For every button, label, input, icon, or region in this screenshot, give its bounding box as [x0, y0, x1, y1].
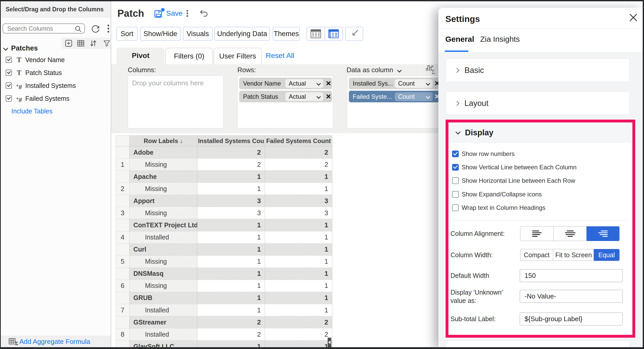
table-row[interactable]: 7 Installed 1 1: [116, 304, 332, 316]
field-chip[interactable]: Installed Sys... Count: [349, 78, 444, 89]
table-row[interactable]: 6 Missing 1 1: [116, 280, 332, 292]
table-row[interactable]: 2 Missing 1 1: [116, 183, 332, 195]
field-checkbox[interactable]: [6, 70, 12, 76]
field-chip[interactable]: Failed Syste... Count: [349, 91, 444, 102]
report-more-icon[interactable]: [185, 8, 190, 19]
row-number-cell: [116, 219, 129, 231]
section-basic[interactable]: Basic: [446, 59, 630, 82]
field-label: Patch Status: [25, 66, 62, 79]
display-option[interactable]: Wrap text in Column Headings: [448, 201, 632, 214]
pivot-shelf: Columns: Rows: Data as column Σ Drop you…: [111, 64, 438, 133]
close-icon[interactable]: [629, 13, 638, 22]
toolbar-button[interactable]: Themes: [273, 27, 300, 41]
refresh-icon[interactable]: [91, 24, 100, 33]
report-tab[interactable]: Filters (0): [165, 48, 213, 64]
width-option-button[interactable]: Compact: [520, 249, 553, 261]
tab-general[interactable]: General: [445, 35, 474, 44]
table-row[interactable]: GStreamer 2 2: [116, 316, 332, 328]
field-checkbox[interactable]: [6, 57, 12, 63]
tab-zia-insights[interactable]: Zia Insights: [480, 35, 520, 44]
add-column-icon[interactable]: [65, 39, 73, 47]
default-width-input[interactable]: 150: [520, 269, 623, 282]
sidebar-more-icon[interactable]: [106, 24, 111, 33]
field-item[interactable]: +# Installed Systems: [1, 79, 111, 92]
add-aggregate-bar[interactable]: Σ Add Aggregate Formula: [1, 336, 111, 347]
display-option[interactable]: Show Expand/Collapse icons: [448, 188, 632, 201]
row-labels-header[interactable]: Row Labels ↓: [129, 136, 197, 146]
table-row[interactable]: 8 Installed 2 2: [116, 328, 332, 340]
field-item[interactable]: T Vendor Name: [1, 53, 111, 66]
unknown-value-input[interactable]: -No Value-: [520, 290, 623, 303]
remove-chip-icon[interactable]: [325, 94, 331, 99]
table-row[interactable]: 4 Installed 1 1: [116, 231, 332, 244]
table-row[interactable]: Adobe 2 2: [116, 146, 332, 159]
alignment-option-button[interactable]: [553, 227, 587, 241]
save-button[interactable]: Save: [154, 8, 183, 19]
pivot-view-button[interactable]: [325, 27, 343, 40]
table-row[interactable]: ConTEXT Project Ltd 1 1: [116, 219, 332, 231]
section-layout[interactable]: Layout: [446, 92, 630, 115]
table-row[interactable]: Apache 1 1: [116, 171, 332, 183]
failed-count-header[interactable]: Failed Systems Count: [265, 136, 332, 146]
table-scrollbar-thumb[interactable]: [328, 338, 331, 347]
aggregate-dropdown[interactable]: Count: [395, 92, 433, 101]
section-display-header[interactable]: Display: [448, 122, 632, 143]
checkbox[interactable]: [452, 191, 459, 198]
table-body: Adobe 2 2 1 Missing 2 2 Apache 1 1: [116, 146, 332, 347]
aggregate-dropdown[interactable]: Actual: [285, 92, 323, 101]
field-chip[interactable]: Patch Status Actual: [239, 91, 332, 102]
report-tab[interactable]: User Filters: [214, 48, 262, 64]
include-tables-link[interactable]: Include Tables: [11, 107, 52, 115]
search-input[interactable]: Search Columns: [3, 23, 85, 34]
table-row[interactable]: GRUB 1 1: [116, 292, 332, 304]
chevron-right-icon: [454, 101, 460, 106]
data-shelf-label[interactable]: Data as column: [347, 65, 401, 74]
table-row[interactable]: 1 Missing 2 2: [116, 159, 332, 171]
chevron-down-icon: [426, 95, 430, 99]
failed-count-cell: 2: [265, 146, 332, 158]
checkbox[interactable]: [452, 164, 459, 171]
checkbox-label: Show Expand/Collapse icons: [462, 188, 542, 201]
width-option-button[interactable]: Equal: [594, 249, 619, 261]
alignment-option-button[interactable]: [520, 227, 553, 241]
display-option[interactable]: Show row numbers: [448, 147, 632, 161]
summary-chart-icon[interactable]: Σ: [425, 65, 437, 76]
toolbar-button[interactable]: Show/Hide: [140, 27, 181, 41]
patches-section-header[interactable]: Patches: [4, 44, 38, 53]
report-tab[interactable]: Pivot: [117, 48, 165, 64]
table-row[interactable]: 3 Missing 3 3: [116, 207, 332, 219]
field-checkbox[interactable]: [6, 82, 12, 89]
checkbox[interactable]: [452, 151, 459, 157]
table-view-button[interactable]: [307, 27, 325, 40]
field-checkbox[interactable]: [6, 95, 12, 102]
subtotal-input[interactable]: ${Sub-group Label}: [520, 312, 623, 326]
aggregate-dropdown[interactable]: Actual: [285, 79, 323, 88]
reset-all-link[interactable]: Reset All: [266, 48, 294, 64]
toolbar-button[interactable]: Visuals: [183, 27, 213, 41]
checkbox[interactable]: [452, 204, 459, 211]
checkbox[interactable]: [452, 177, 459, 184]
table-row[interactable]: 5 Missing 1 1: [116, 256, 332, 268]
display-option[interactable]: Show Horizontal Line between Each Row: [448, 174, 632, 187]
filter-icon[interactable]: [103, 39, 111, 47]
field-chip[interactable]: Vendor Name Actual: [239, 78, 332, 89]
table-row[interactable]: DNSMasq 1 1: [116, 268, 332, 280]
installed-count-header[interactable]: Installed Systems Cou: [197, 136, 265, 146]
field-item[interactable]: +# Failed Systems: [1, 92, 111, 105]
width-option-button[interactable]: Fit to Screen: [553, 249, 594, 261]
toolbar-button[interactable]: Underlying Data: [214, 27, 270, 41]
toolbar-button[interactable]: Sort: [116, 27, 138, 41]
undo-icon[interactable]: [199, 9, 208, 18]
grid-view-icon[interactable]: [77, 39, 85, 47]
field-item[interactable]: T Patch Status: [1, 66, 111, 79]
sort-icon[interactable]: [89, 39, 97, 47]
table-row[interactable]: GlavSoft LLC 1 1: [116, 340, 332, 347]
data-chip-list: Installed Sys... Count Failed Syste... C…: [349, 78, 444, 104]
alignment-option-button[interactable]: [586, 226, 619, 241]
table-row[interactable]: Curl 1 1: [116, 244, 332, 256]
aggregate-dropdown[interactable]: Count: [395, 79, 433, 88]
display-option[interactable]: Show Vertical Line between Each Column: [448, 161, 632, 174]
remove-chip-icon[interactable]: [325, 80, 331, 86]
table-row[interactable]: Apport 3 3: [116, 195, 332, 207]
collapse-panel-button[interactable]: [345, 27, 363, 41]
